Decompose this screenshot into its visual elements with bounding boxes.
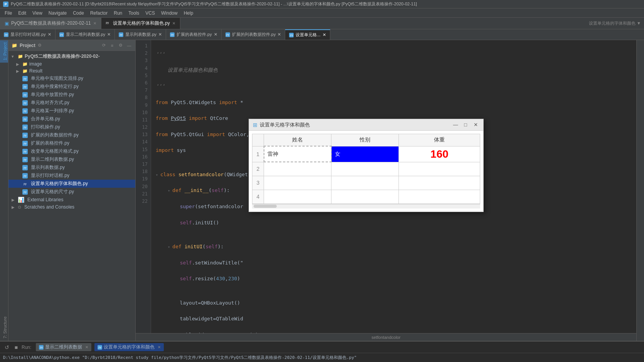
project-tab-close-1[interactable]: ✕ — [172, 21, 175, 25]
run-stop-btn[interactable]: ■ — [12, 343, 20, 351]
tree-item-file2[interactable]: py 单元格中放置控件.py — [8, 91, 135, 99]
file-tab-close-3[interactable]: ✕ — [214, 32, 217, 37]
sync-btn[interactable]: ⟳ — [101, 42, 107, 49]
run-tab-close-0[interactable]: ✕ — [85, 345, 88, 349]
file-label-3: 单元格对齐方式.py — [31, 99, 69, 106]
tree-item-scratches[interactable]: ▶ ⊙ Scratches and Consoles — [8, 204, 135, 210]
file-tab-close-0[interactable]: ✕ — [48, 32, 51, 37]
file-label-1: 单元格中搜索特定行.py — [31, 83, 79, 90]
file-tab-3[interactable]: py 扩展的表格控件.py ✕ — [166, 29, 222, 40]
file-tab-1[interactable]: py 显示二维列表数据.py ✕ — [55, 29, 115, 40]
py-file-icon-11: py — [22, 165, 28, 170]
file-tab-4[interactable]: py 扩展的列表数据控件.py ✕ — [222, 29, 286, 40]
menu-file[interactable]: File — [2, 10, 15, 17]
project-panel: 📁 Project ⚙ ⟳ ≡ ⚙ — ▾ 📁 PyQt5二维数据及表格操作-2… — [8, 40, 136, 341]
file-tab-label-5: 设置单元格... — [296, 32, 320, 38]
cell-name-2[interactable] — [264, 162, 331, 176]
tree-item-file10[interactable]: py 显示二维列表数据.py — [8, 155, 135, 163]
dialog-content: 姓名 性别 体重 1 雷神 女 160 2 — [249, 131, 483, 212]
menu-view[interactable]: View — [29, 10, 45, 17]
tree-item-file5[interactable]: py 合并单元格.py — [8, 115, 135, 123]
file-tab-0[interactable]: py 显示打印对话框.py ✕ — [0, 29, 55, 40]
file-tab-2[interactable]: py 显示列表数据.py ✕ — [115, 29, 166, 40]
file-tab-close-4[interactable]: ✕ — [277, 32, 281, 37]
run-restart-btn[interactable]: ↺ — [3, 343, 11, 351]
vtab-structure[interactable]: 7: Structure — [0, 314, 8, 341]
tree-item-file9[interactable]: py 改变单元格图片格式.py — [8, 147, 135, 155]
horizontal-scrollbar[interactable] — [254, 205, 277, 208]
cell-weight-2[interactable] — [399, 162, 480, 176]
collapse-btn[interactable]: ≡ — [109, 42, 115, 49]
cell-name-1[interactable]: 雷神 — [264, 146, 331, 162]
tree-root[interactable]: ▾ 📁 PyQt5二维数据及表格操作-2020-02- — [8, 52, 135, 61]
menu-navigate[interactable]: Navigate — [45, 10, 70, 17]
cell-weight-1[interactable]: 160 — [399, 146, 480, 162]
scratches-arrow: ▶ — [12, 205, 16, 209]
menu-edit[interactable]: Edit — [15, 10, 29, 17]
tree-item-file13[interactable]: py 设置单元格的字体和颜色.py — [8, 180, 135, 188]
root-folder-icon: 📁 — [18, 54, 23, 59]
tree-item-ext-libs[interactable]: ▶ 📊 External Libraries — [8, 196, 135, 204]
cell-weight-3[interactable] — [399, 176, 480, 190]
dialog-minimize-btn[interactable]: — — [452, 121, 459, 129]
table-row-4: 4 — [252, 190, 480, 204]
project-header: 📁 Project ⚙ ⟳ ≡ ⚙ — — [8, 40, 135, 51]
tree-item-file12[interactable]: py 显示打印对话框.py — [8, 172, 135, 180]
tree-item-result[interactable]: ▶ 📁 Result — [8, 67, 135, 74]
file-label-8: 扩展的表格控件.py — [31, 140, 69, 146]
run-tab-close-1[interactable]: ✕ — [158, 345, 161, 349]
table-header-weight: 体重 — [399, 134, 480, 146]
cell-gender-4[interactable] — [331, 190, 399, 204]
menu-vcs[interactable]: VCS — [142, 10, 158, 17]
py-file-icon-13: py — [22, 181, 28, 187]
run-tab-0[interactable]: py 显示二维列表数据 ✕ — [36, 343, 91, 351]
run-tab-label-0: 显示二维列表数据 — [45, 344, 82, 350]
tree-item-file7[interactable]: py 扩展的列表数据控件.py — [8, 131, 135, 139]
settings-btn[interactable]: ⚙ — [118, 42, 124, 49]
project-tab-close-0[interactable]: ✕ — [93, 21, 96, 25]
file-tab-close-2[interactable]: ✕ — [158, 32, 162, 37]
file-tab-5[interactable]: py 设置单元格... ✕ — [285, 29, 330, 40]
tree-item-file14[interactable]: py 设置单元格的尺寸.py — [8, 188, 135, 196]
tree-item-file3[interactable]: py 单元格对齐方式.py — [8, 99, 135, 107]
menu-window[interactable]: Window — [158, 10, 181, 17]
project-tab-1[interactable]: py 设置单元格的字体和颜色.py ✕ — [101, 18, 180, 29]
menu-refactor[interactable]: Refactor — [87, 10, 111, 17]
scratches-icon: ⊙ — [18, 205, 21, 210]
menu-bar: File Edit View Navigate Code Refactor Ru… — [0, 8, 644, 18]
cell-name-3[interactable] — [264, 176, 331, 190]
tree-item-file11[interactable]: py 显示列表数据.py — [8, 163, 135, 172]
tree-item-file0[interactable]: py 单元格中实现图文混排.py — [8, 74, 135, 83]
project-tab-0[interactable]: ▣ PyQt5二维数据及表格操作-2020-02-11 ✕ — [0, 18, 101, 29]
file-tab-label-1: 显示二维列表数据.py — [66, 32, 106, 37]
line-numbers: 1 2 3 4 5 6 7 8 9 10 11 12 13 14 15 16 1… — [136, 40, 151, 333]
dialog-title-bar[interactable]: ⊞ 设置单元格字体和颜色 — □ ✕ — [249, 119, 483, 131]
dropdown-tab[interactable]: 设置单元格的字体和颜色 ▼ — [586, 18, 644, 29]
vtab-project[interactable]: 1: Project — [0, 40, 8, 62]
menu-help[interactable]: Help — [181, 10, 197, 17]
cell-name-4[interactable] — [264, 190, 331, 204]
tree-item-file8[interactable]: py 扩展的表格控件.py — [8, 139, 135, 147]
row-num-2: 2 — [252, 162, 264, 176]
py-file-icon-10: py — [22, 157, 28, 162]
menu-tools[interactable]: Tools — [125, 10, 142, 17]
menu-code[interactable]: Code — [70, 10, 87, 17]
menu-run[interactable]: Run — [111, 10, 125, 17]
dialog-close-btn[interactable]: ✕ — [472, 121, 479, 129]
cell-gender-1[interactable]: 女 — [331, 146, 399, 162]
tree-item-file4[interactable]: py 单元格某一列排序.py — [8, 107, 135, 115]
tree-item-file6[interactable]: py 打印机操作.py — [8, 123, 135, 131]
py-file-icon-12: py — [22, 173, 28, 178]
dialog-maximize-btn[interactable]: □ — [462, 121, 469, 129]
file-tab-close-1[interactable]: ✕ — [107, 32, 111, 37]
tree-item-image[interactable]: ▶ 📁 image — [8, 61, 135, 67]
file-tab-close-5[interactable]: ✕ — [323, 32, 326, 37]
cell-gender-2[interactable] — [331, 162, 399, 176]
cell-weight-4[interactable] — [399, 190, 480, 204]
close-panel-btn[interactable]: — — [126, 42, 132, 49]
folder-icon: 📁 — [12, 43, 17, 48]
side-vtabs: 1: Project 7: Structure — [0, 40, 8, 341]
cell-gender-3[interactable] — [331, 176, 399, 190]
tree-item-file1[interactable]: py 单元格中搜索特定行.py — [8, 83, 135, 91]
run-tab-1[interactable]: py 设置单元格的字体和颜色 ✕ — [94, 343, 164, 351]
